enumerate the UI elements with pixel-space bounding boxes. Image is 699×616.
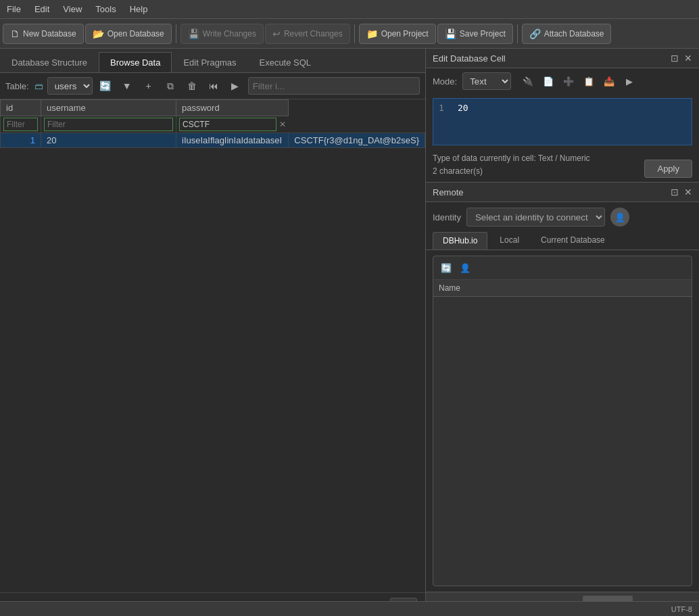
remote-panel-detach-icon[interactable]: ⊡ (671, 187, 679, 197)
toolbar-sep-3 (517, 24, 518, 43)
filter-password-input[interactable] (179, 118, 276, 131)
menu-help[interactable]: Help (123, 1, 155, 17)
remote-user-icon[interactable]: 👤 (458, 260, 473, 275)
identity-avatar[interactable]: 👤 (610, 208, 629, 227)
duplicate-record-icon[interactable]: ⧉ (162, 77, 179, 95)
open-db-icon: 📂 (93, 28, 104, 39)
cell-panel-title: Edit Database Cell (433, 53, 506, 64)
remote-panel-title: Remote (433, 187, 464, 197)
remote-tab-local[interactable]: Local (490, 232, 529, 250)
cell-panel-controls: ⊡ ✕ (671, 53, 692, 64)
left-panel: Database Structure Browse Data Edit Prag… (0, 49, 426, 616)
statusbar: UTF-8 (0, 601, 699, 616)
filter-icon[interactable]: ▼ (118, 77, 136, 95)
menu-edit[interactable]: Edit (28, 1, 56, 17)
right-panel: Edit Database Cell ⊡ ✕ Mode: Text Binary… (426, 49, 699, 616)
main-toolbar: 🗋 New Database 📂 Open Database 💾 Write C… (0, 19, 699, 49)
cell-mode-row: Mode: Text Binary Null 🔌 📄 ➕ 📋 📥 ▶ (426, 68, 699, 94)
remote-panel-close-icon[interactable]: ✕ (684, 187, 692, 197)
remote-tab-bar: DBHub.io Local Current Database (426, 232, 699, 250)
save-proj-icon: 💾 (445, 28, 456, 39)
mode-select[interactable]: Text Binary Null (462, 72, 511, 90)
open-proj-icon: 📁 (366, 28, 378, 39)
cell-icon-paste[interactable]: 📥 (600, 72, 618, 90)
cell-char-count: 2 character(s) (433, 165, 590, 178)
filter-input[interactable] (248, 77, 420, 95)
revert-icon: ↩ (272, 28, 281, 39)
remote-tab-current-db[interactable]: Current Database (531, 232, 614, 250)
table-toolbar: Table: 🗃 users 🔄 ▼ + ⧉ 🗑 ⏮ ▶ (0, 73, 425, 99)
remote-table: Name (433, 280, 692, 297)
menubar: File Edit View Tools Help (0, 0, 699, 19)
remote-panel: Remote ⊡ ✕ Identity Select an identity t… (426, 183, 699, 616)
move-first-icon[interactable]: ⏮ (205, 77, 222, 95)
refresh-table-icon[interactable]: 🔄 (97, 77, 114, 95)
remote-content: 🔄 👤 Name (433, 256, 692, 586)
menu-view[interactable]: View (56, 1, 89, 17)
remote-col-name: Name (433, 280, 692, 297)
filter-id-cell (1, 116, 41, 133)
col-header-id: id (1, 100, 41, 116)
tab-database-structure[interactable]: Database Structure (0, 52, 99, 72)
new-db-icon: 🗋 (10, 28, 20, 39)
data-table: id username password ✕ (0, 99, 425, 148)
toolbar-sep-1 (176, 24, 176, 43)
table-row[interactable]: 1 20 iIuseIaIflagIinIaIdatabaseI CSCTF{r… (1, 133, 425, 148)
apply-button[interactable]: Apply (644, 160, 692, 178)
cell-icon-doc[interactable]: 📄 (539, 72, 557, 90)
write-changes-button[interactable]: 💾 Write Changes (180, 24, 264, 44)
table-label: Table: (5, 81, 29, 91)
main-layout: Database Structure Browse Data Edit Prag… (0, 49, 699, 616)
cell-icon-add[interactable]: ➕ (560, 72, 577, 90)
cell-panel-header: Edit Database Cell ⊡ ✕ (426, 49, 699, 68)
data-table-wrap: id username password ✕ (0, 99, 425, 592)
filter-username-input[interactable] (44, 118, 173, 131)
cell-more-icon[interactable]: ▶ (626, 76, 633, 87)
menu-tools[interactable]: Tools (89, 1, 122, 17)
tab-execute-sql[interactable]: Execute SQL (247, 52, 322, 72)
remote-refresh-icon[interactable]: 🔄 (439, 260, 454, 275)
remote-tab-dbhub[interactable]: DBHub.io (433, 232, 487, 250)
cell-value-display: 20 (458, 103, 468, 141)
col-header-password: password (176, 100, 289, 116)
filter-clear-icon[interactable]: ✕ (279, 120, 286, 129)
row-num-1: 1 (1, 133, 41, 148)
filter-id-input[interactable] (3, 118, 38, 131)
cell-info-text: Type of data currently in cell: Text / N… (433, 152, 590, 178)
filter-password-cell: ✕ (176, 116, 289, 133)
save-project-button[interactable]: 💾 Save Project (437, 24, 513, 44)
write-icon: 💾 (188, 28, 199, 39)
cell-panel-close-icon[interactable]: ✕ (684, 53, 692, 64)
attach-database-button[interactable]: 🔗 Attach Database (522, 24, 612, 44)
remote-content-toolbar: 🔄 👤 (433, 256, 692, 280)
identity-select[interactable]: Select an identity to connect (466, 208, 605, 227)
more-icon[interactable]: ▶ (226, 77, 244, 95)
menu-file[interactable]: File (0, 1, 28, 17)
cell-password-1[interactable]: CSCTF{r3@d1ng_DAt@b2seS} (289, 133, 425, 148)
delete-record-icon[interactable]: 🗑 (183, 77, 201, 95)
cell-icon-copy[interactable]: 📋 (580, 72, 598, 90)
open-database-button[interactable]: 📂 Open Database (85, 24, 172, 44)
cell-type-info: Type of data currently in cell: Text / N… (433, 152, 590, 165)
cell-icon-plugin[interactable]: 🔌 (519, 72, 537, 90)
toolbar-sep-2 (354, 24, 355, 43)
open-project-button[interactable]: 📁 Open Project (359, 24, 436, 44)
new-database-button[interactable]: 🗋 New Database (3, 24, 84, 44)
new-record-icon[interactable]: + (140, 77, 158, 95)
filter-username-cell (41, 116, 176, 133)
revert-changes-button[interactable]: ↩ Revert Changes (265, 24, 350, 44)
table-icon: 🗃 (34, 81, 43, 91)
cell-editor[interactable]: 1 20 (433, 98, 692, 145)
tab-edit-pragmas[interactable]: Edit Pragmas (172, 52, 247, 72)
remote-panel-controls: ⊡ ✕ (671, 187, 692, 197)
cell-line-number: 1 (439, 103, 450, 141)
cell-id-1[interactable]: 20 (41, 133, 176, 148)
encoding-label: UTF-8 (671, 605, 692, 613)
cell-panel-detach-icon[interactable]: ⊡ (671, 53, 679, 64)
cell-toolbar-icons: 🔌 📄 ➕ 📋 📥 (519, 72, 618, 90)
main-tab-bar: Database Structure Browse Data Edit Prag… (0, 49, 425, 73)
table-select[interactable]: users (47, 77, 93, 95)
cell-username-1[interactable]: iIuseIaIflagIinIaIdatabaseI (176, 133, 289, 148)
tab-browse-data[interactable]: Browse Data (99, 52, 172, 72)
identity-row: Identity Select an identity to connect 👤 (426, 202, 699, 232)
